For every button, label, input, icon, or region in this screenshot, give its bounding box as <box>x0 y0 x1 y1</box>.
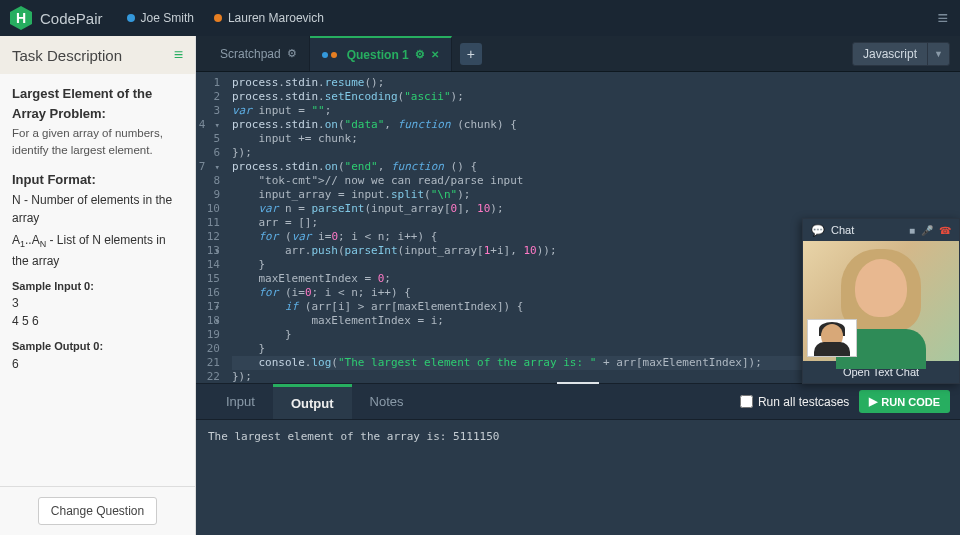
gear-icon[interactable]: ⚙ <box>287 47 297 60</box>
participant-name: Lauren Maroevich <box>228 11 324 25</box>
input-line-2: A1..AN - List of N elements in the array <box>12 231 183 270</box>
presence-dot-icon <box>127 14 135 22</box>
editor-area: Scratchpad ⚙ Question 1 ⚙ ✕ + Javascript… <box>196 36 960 535</box>
menu-icon[interactable]: ≡ <box>937 8 948 29</box>
chat-panel: 💬 Chat ■ 🎤 ☎ Open Text Chat <box>802 218 960 384</box>
logo-hex: H <box>10 6 32 30</box>
sidebar-header: Task Description ≡ <box>0 36 195 74</box>
participant-name: Joe Smith <box>141 11 194 25</box>
run-all-input[interactable] <box>740 395 753 408</box>
video-icon[interactable]: ■ <box>909 225 915 236</box>
sample-output-label: Sample Output 0: <box>12 338 183 355</box>
console-output: The largest element of the array is: 511… <box>196 420 960 535</box>
app-name: CodePair <box>40 10 103 27</box>
video-main[interactable] <box>803 241 959 361</box>
sample-input-line: 4 5 6 <box>12 312 183 330</box>
run-code-label: RUN CODE <box>881 396 940 408</box>
sidebar-menu-icon[interactable]: ≡ <box>174 46 183 64</box>
play-icon: ▶ <box>869 395 877 408</box>
sample-input-line: 3 <box>12 294 183 312</box>
tab-label: Question 1 <box>347 48 409 62</box>
sample-output-line: 6 <box>12 355 183 373</box>
run-code-button[interactable]: ▶ RUN CODE <box>859 390 950 413</box>
logo-letter: H <box>16 10 26 26</box>
sidebar-footer: Change Question <box>0 486 195 535</box>
hangup-icon[interactable]: ☎ <box>939 225 951 236</box>
language-label: Javascript <box>853 47 927 61</box>
remote-participant-video <box>855 259 907 317</box>
sample-input-label: Sample Input 0: <box>12 278 183 295</box>
tab-label: Scratchpad <box>220 47 281 61</box>
problem-title: Largest Element of the Array Problem: <box>12 84 183 123</box>
problem-desc: For a given array of numbers, identify t… <box>12 125 183 160</box>
mic-icon[interactable]: 🎤 <box>921 225 933 236</box>
gear-icon[interactable]: ⚙ <box>415 48 425 61</box>
chevron-down-icon: ▼ <box>927 43 949 65</box>
chat-header: 💬 Chat ■ 🎤 ☎ <box>803 219 959 241</box>
topbar: H CodePair Joe Smith Lauren Maroevich ≡ <box>0 0 960 36</box>
bottom-panel: ▴▾ Input Output Notes Run all testcases … <box>196 383 960 535</box>
tab-notes[interactable]: Notes <box>352 384 422 419</box>
task-body: Largest Element of the Array Problem: Fo… <box>0 74 195 486</box>
editor-tabbar: Scratchpad ⚙ Question 1 ⚙ ✕ + Javascript… <box>196 36 960 72</box>
task-sidebar: Task Description ≡ Largest Element of th… <box>0 36 196 535</box>
participant-2: Lauren Maroevich <box>214 11 324 25</box>
tab-question-1[interactable]: Question 1 ⚙ ✕ <box>310 36 452 71</box>
tab-scratchpad[interactable]: Scratchpad ⚙ <box>208 36 310 71</box>
input-format-label: Input Format: <box>12 170 183 190</box>
language-select[interactable]: Javascript ▼ <box>852 42 950 66</box>
presence-dots <box>322 52 337 58</box>
sidebar-title: Task Description <box>12 47 122 64</box>
chat-title: Chat <box>831 224 854 236</box>
add-tab-button[interactable]: + <box>460 43 482 65</box>
run-all-label: Run all testcases <box>758 395 849 409</box>
chat-bubble-icon: 💬 <box>811 224 825 237</box>
run-all-checkbox[interactable]: Run all testcases <box>740 395 849 409</box>
bottom-tabs: Input Output Notes Run all testcases ▶ R… <box>196 384 960 420</box>
self-video-thumbnail[interactable] <box>807 319 857 357</box>
line-gutter: 1234 ▾567 ▾89101112 ▾13141516 ▾17 ▾18192… <box>196 72 226 383</box>
change-question-button[interactable]: Change Question <box>38 497 157 525</box>
close-icon[interactable]: ✕ <box>431 49 439 60</box>
presence-dot-icon <box>214 14 222 22</box>
tab-output[interactable]: Output <box>273 384 352 419</box>
input-line-1: N - Number of elements in the array <box>12 191 183 227</box>
participant-1: Joe Smith <box>127 11 194 25</box>
tab-input[interactable]: Input <box>208 384 273 419</box>
